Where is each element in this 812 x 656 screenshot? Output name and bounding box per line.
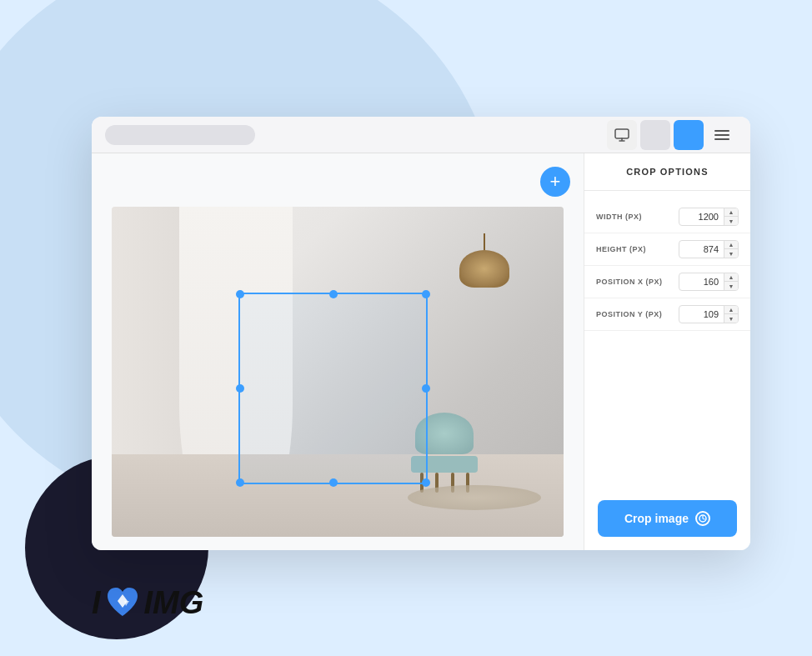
logo-img-text: IMG (144, 585, 204, 621)
position-x-up[interactable]: ▲ (724, 273, 738, 282)
add-button[interactable]: + (540, 167, 570, 197)
position-y-input[interactable]: 109 ▲ ▼ (679, 305, 739, 323)
width-down[interactable]: ▼ (724, 217, 738, 225)
position-x-spinners: ▲ ▼ (724, 273, 738, 290)
crop-button-icon (695, 511, 710, 526)
height-down[interactable]: ▼ (724, 249, 738, 258)
height-up[interactable]: ▲ (724, 241, 738, 249)
crop-handle-tl[interactable] (236, 290, 244, 298)
address-bar[interactable] (105, 125, 255, 145)
position-y-up[interactable]: ▲ (724, 306, 738, 314)
crop-selection[interactable] (238, 293, 429, 484)
position-y-field-row: POSITION Y (PX) 109 ▲ ▼ (584, 298, 750, 331)
width-up[interactable]: ▲ (724, 208, 738, 217)
height-field-row: HEIGHT (PX) 874 ▲ ▼ (584, 233, 750, 266)
logo-area: I IMG (92, 583, 203, 623)
height-label: HEIGHT (PX) (596, 245, 679, 253)
crop-image-button[interactable]: Crop image (598, 500, 737, 537)
logo-heart-icon (103, 583, 143, 623)
position-x-input[interactable]: 160 ▲ ▼ (679, 273, 739, 291)
tb-gray-button[interactable] (640, 120, 670, 150)
position-y-down[interactable]: ▼ (724, 314, 738, 323)
position-y-value: 109 (679, 306, 724, 323)
position-x-value: 160 (679, 273, 724, 290)
crop-handle-br[interactable] (422, 478, 430, 487)
width-label: WIDTH (PX) (596, 213, 679, 221)
crop-handle-ml[interactable] (236, 384, 244, 393)
position-y-spinners: ▲ ▼ (724, 306, 738, 323)
crop-button-label: Crop image (624, 512, 689, 525)
tb-blue-button[interactable] (674, 120, 704, 150)
height-input[interactable]: 874 ▲ ▼ (679, 240, 739, 258)
lamp-shade (459, 250, 509, 288)
svg-rect-0 (615, 129, 629, 138)
image-area (112, 207, 564, 537)
width-value: 1200 (679, 208, 724, 225)
width-spinners: ▲ ▼ (724, 208, 738, 225)
position-x-field-row: POSITION X (PX) 160 ▲ ▼ (584, 266, 750, 298)
position-y-label: POSITION Y (PX) (596, 310, 679, 318)
crop-options-panel: CROP OPTIONS WIDTH (PX) 1200 ▲ ▼ HEIGH (584, 153, 750, 550)
width-field-row: WIDTH (PX) 1200 ▲ ▼ (584, 201, 750, 233)
logo-letter-i: I (92, 585, 101, 621)
height-spinners: ▲ ▼ (724, 241, 738, 258)
width-input[interactable]: 1200 ▲ ▼ (679, 208, 739, 226)
crop-handle-tr[interactable] (422, 290, 430, 298)
editor-panel: + (92, 153, 584, 550)
lamp-cord (484, 233, 485, 250)
crop-handle-bm[interactable] (329, 478, 338, 487)
crop-handle-bl[interactable] (236, 478, 244, 487)
height-value: 874 (679, 241, 724, 258)
crop-btn-container: Crop image (584, 487, 750, 550)
title-bar (92, 117, 750, 153)
menu-icon-button[interactable] (707, 120, 737, 150)
crop-fields: WIDTH (PX) 1200 ▲ ▼ HEIGHT (PX) 874 (584, 191, 750, 487)
crop-handle-tm[interactable] (329, 290, 338, 298)
position-x-label: POSITION X (PX) (596, 278, 679, 286)
content-area: + (92, 153, 750, 550)
room-image (112, 207, 564, 537)
hamburger-icon (714, 130, 729, 140)
room-lamp (459, 233, 509, 275)
monitor-icon-button[interactable] (607, 120, 637, 150)
crop-panel-title: CROP OPTIONS (584, 153, 750, 191)
crop-handle-mr[interactable] (422, 384, 430, 393)
position-x-down[interactable]: ▼ (724, 282, 738, 290)
app-window: + (92, 117, 750, 550)
